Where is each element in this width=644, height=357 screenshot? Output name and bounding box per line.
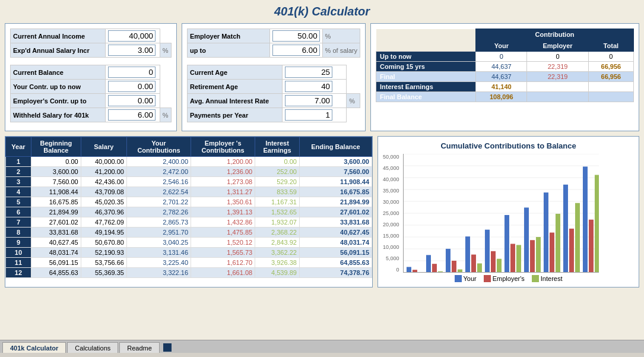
legend-employer-dot	[484, 275, 491, 282]
table-cell: 42,436.00	[81, 177, 126, 187]
table-cell: 3,322.16	[126, 268, 191, 278]
table-cell: 46,370.96	[81, 207, 126, 217]
left-inputs-panel: Current Annual Income Exp'd Annual Salar…	[5, 23, 177, 131]
table-cell: 8	[6, 228, 31, 238]
table-cell: 7	[6, 217, 31, 228]
bar-interest	[555, 214, 560, 273]
table-cell: 3,225.40	[126, 258, 191, 268]
bar-your	[406, 267, 411, 273]
table-cell: 2,843.92	[255, 238, 300, 248]
table-cell: 52,190.93	[81, 248, 126, 258]
summary-row-total: 66,956	[588, 62, 633, 72]
employer-match-label: Employer Match	[188, 29, 270, 43]
table-cell: 3,362.22	[255, 248, 300, 258]
bar-chart: 13467910121315	[403, 154, 599, 273]
table-cell: 64,855.63	[299, 258, 372, 268]
current-annual-income-input[interactable]	[108, 30, 156, 42]
withheld-salary-input[interactable]	[108, 109, 156, 121]
table-cell: 40,000.00	[81, 157, 126, 167]
bar-your	[543, 192, 548, 273]
up-to-label: up to	[188, 43, 270, 58]
table-row: 23,600.0041,200.002,472.001,236.00252.00…	[6, 167, 372, 177]
current-balance-input[interactable]	[108, 67, 156, 78]
y-label-35000: 35,000	[383, 188, 399, 194]
summary-row-total: 66,956	[588, 72, 633, 82]
retirement-age-input[interactable]	[285, 81, 332, 92]
bar-employer	[451, 261, 456, 273]
employer-contr-label: Employer's Contr. up to	[11, 94, 106, 108]
current-annual-income-label: Current Annual Income	[11, 29, 106, 43]
table-cell: 53,756.66	[81, 258, 126, 268]
tab-readme[interactable]: Readme	[119, 342, 160, 353]
avg-interest-input[interactable]	[285, 95, 332, 106]
col-ending-balance: Ending Balance	[299, 137, 372, 157]
summary-row-your: 44,637	[476, 62, 527, 72]
contribution-header: Contribution	[476, 29, 634, 40]
y-label-30000: 30,000	[383, 199, 399, 205]
table-cell: 4,539.89	[255, 268, 300, 278]
table-cell: 1,532.65	[255, 207, 300, 217]
table-cell: 0.00	[255, 157, 300, 167]
bar-interest	[594, 175, 598, 273]
table-cell: 1,273.08	[191, 177, 255, 187]
exp-salary-input[interactable]	[108, 45, 156, 56]
bar-your	[524, 207, 528, 273]
payments-per-year-input[interactable]	[285, 109, 332, 121]
current-age-input[interactable]	[285, 67, 332, 78]
table-cell: 56,091.15	[299, 248, 372, 258]
table-cell: 1,311.27	[191, 187, 255, 197]
y-label-15000: 15,000	[383, 233, 399, 239]
chart-panel: Cumulative Contributions to Balance 50,0…	[377, 136, 639, 288]
table-cell: 2,701.22	[126, 197, 191, 207]
y-label-25000: 25,000	[383, 210, 399, 216]
legend-your: Your	[455, 275, 477, 282]
bar-employer	[490, 251, 495, 273]
current-age-label: Current Age	[188, 65, 283, 80]
table-row: 940,627.4550,670.803,040.251,520.122,843…	[6, 238, 372, 248]
table-cell: 49,194.95	[81, 228, 126, 238]
legend-employer-label: Employer's	[493, 275, 525, 282]
summary-row-employer: 0	[527, 52, 588, 62]
bar-employer	[569, 229, 573, 273]
table-cell: 1,432.86	[191, 217, 255, 228]
tab-401k-calculator[interactable]: 401k Calculator	[2, 342, 66, 353]
summary-row-label: Final	[376, 72, 476, 82]
table-cell: 56,091.15	[31, 258, 81, 268]
up-to-input[interactable]	[272, 45, 320, 56]
chart-legend: Your Employer's Interest	[383, 275, 634, 282]
table-cell: 47,762.09	[81, 217, 126, 228]
table-cell: 48,031.74	[299, 238, 372, 248]
table-cell: 5	[6, 197, 31, 207]
table-cell: 2,546.16	[126, 177, 191, 187]
data-table: Year BeginningBalance Salary YourContrib…	[5, 137, 372, 278]
bar-employer	[510, 244, 515, 273]
employer-match-input[interactable]	[272, 30, 320, 42]
your-contr-input[interactable]	[108, 81, 156, 92]
employer-contr-input[interactable]	[108, 95, 156, 106]
payments-per-year-label: Payments per Year	[188, 108, 283, 122]
y-label-50000: 50,000	[383, 154, 399, 160]
table-cell: 4	[6, 187, 31, 197]
bar-your	[445, 249, 450, 273]
bar-interest	[496, 259, 501, 273]
table-cell: 529.20	[255, 177, 300, 187]
legend-interest: Interest	[532, 275, 563, 282]
total-header: Total	[588, 40, 633, 52]
table-cell: 1,167.31	[255, 197, 300, 207]
table-cell: 7,560.00	[31, 177, 81, 187]
table-row: 1156,091.1553,756.663,225.401,612.703,92…	[6, 258, 372, 268]
tab-calculations[interactable]: Calculations	[67, 342, 118, 353]
avg-interest-unit: %	[347, 94, 360, 108]
summary-row-employer: 22,319	[527, 72, 588, 82]
current-balance-label: Current Balance	[11, 65, 106, 80]
bar-your	[563, 185, 567, 273]
col-salary: Salary	[81, 137, 126, 157]
table-cell: 55,369.35	[81, 268, 126, 278]
retirement-age-label: Retirement Age	[188, 80, 283, 94]
table-row: 516,675.8545,020.352,701.221,350.611,167…	[6, 197, 372, 207]
employer-header: Employer	[527, 40, 588, 52]
legend-employer: Employer's	[484, 275, 525, 282]
table-cell: 33,831.68	[31, 228, 81, 238]
table-cell: 45,020.35	[81, 197, 126, 207]
bar-employer	[549, 233, 554, 273]
